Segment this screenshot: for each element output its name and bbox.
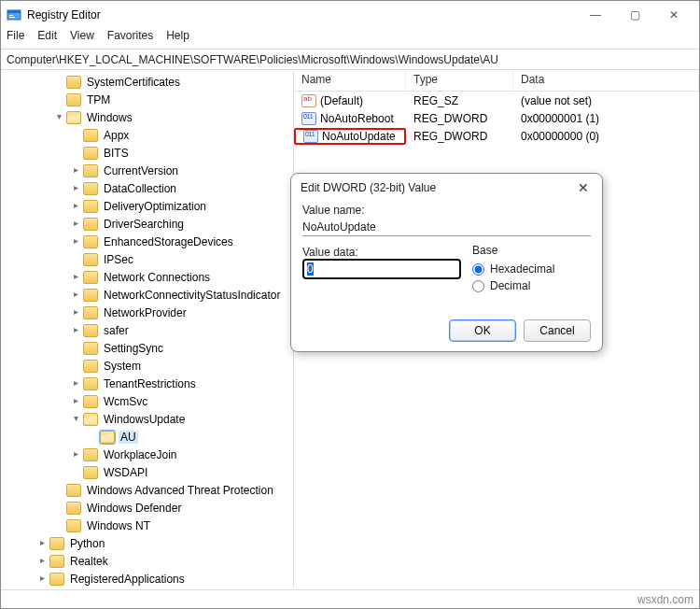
radio-hexadecimal-input[interactable] — [472, 263, 484, 276]
tree-node[interactable]: ▸NetworkProvider — [1, 304, 293, 321]
folder-icon — [83, 448, 98, 461]
tree-node[interactable]: ▸Realtek — [1, 552, 293, 570]
folder-icon — [83, 218, 98, 231]
chevron-right-icon[interactable]: ▸ — [70, 164, 81, 176]
tree-node[interactable]: •Windows Advanced Threat Protection — [1, 481, 293, 499]
chevron-right-icon[interactable]: ▸ — [70, 289, 81, 300]
tree-node[interactable]: ▸RegisteredApplications — [1, 570, 293, 588]
maximize-button[interactable]: ▢ — [615, 2, 654, 28]
value-row[interactable]: (Default)REG_SZ(value not set) — [294, 92, 699, 109]
tree-node-label: WcmSvc — [102, 395, 149, 408]
value-type: REG_SZ — [406, 94, 513, 107]
minimize-button[interactable]: — — [576, 2, 615, 28]
tree-node-label: Network Connections — [102, 271, 212, 284]
radio-decimal[interactable]: Decimal — [472, 277, 554, 294]
chevron-right-icon[interactable]: ▸ — [70, 377, 81, 389]
tree-node[interactable]: ▾Windows — [1, 108, 293, 126]
menu-file[interactable]: File — [7, 29, 24, 42]
tree-node[interactable]: ▸DataCollection — [1, 179, 293, 197]
cancel-button[interactable]: Cancel — [524, 319, 591, 342]
chevron-right-icon[interactable]: ▸ — [70, 182, 81, 193]
dialog-close-button[interactable]: ✕ — [574, 180, 593, 195]
tree-node-label: TPM — [85, 93, 112, 106]
col-type[interactable]: Type — [406, 71, 513, 91]
tree-node[interactable]: ▸WcmSvc — [1, 392, 293, 410]
tree-node-label: Windows Defender — [85, 502, 183, 515]
chevron-down-icon[interactable]: ▾ — [70, 413, 81, 424]
string-value-icon — [301, 94, 316, 107]
value-data-input[interactable] — [302, 259, 461, 279]
menu-edit[interactable]: Edit — [37, 29, 57, 42]
close-button[interactable]: ✕ — [654, 2, 693, 28]
chevron-right-icon[interactable]: ▸ — [70, 395, 81, 406]
list-header[interactable]: Name Type Data — [294, 71, 699, 92]
tree-node-label: EnhancedStorageDevices — [102, 235, 235, 248]
chevron-right-icon[interactable]: ▸ — [36, 537, 48, 548]
tree-node[interactable]: ▸TenantRestrictions — [1, 375, 293, 392]
no-caret: • — [53, 76, 64, 87]
value-name-label: Value name: — [302, 204, 591, 217]
tree-node[interactable]: ▸safer — [1, 321, 293, 339]
folder-icon — [83, 289, 98, 302]
tree-node[interactable]: ▸DriverSearching — [1, 215, 293, 233]
tree-node[interactable]: ▸EnhancedStorageDevices — [1, 233, 293, 250]
chevron-right-icon[interactable]: ▸ — [70, 235, 81, 247]
tree-node[interactable]: •BITS — [1, 144, 293, 162]
chevron-right-icon[interactable]: ▸ — [70, 218, 81, 229]
tree-node[interactable]: ▸WorkplaceJoin — [1, 446, 293, 463]
ok-button[interactable]: OK — [449, 319, 516, 342]
tree-node[interactable]: •Windows Defender — [1, 499, 293, 517]
tree-node[interactable]: •Windows NT — [1, 517, 293, 534]
tree-node[interactable]: •TPM — [1, 91, 293, 108]
tree-node[interactable]: ▾WindowsUpdate — [1, 410, 293, 428]
tree-node[interactable]: ▸Python — [1, 534, 293, 552]
no-caret: • — [70, 147, 81, 158]
chevron-right-icon[interactable]: ▸ — [70, 324, 81, 335]
tree-node[interactable]: •WSDAPI — [1, 463, 293, 481]
tree-node-label: SettingSync — [102, 342, 165, 355]
tree-node[interactable]: •Appx — [1, 126, 293, 144]
tree-node[interactable]: ▸CurrentVersion — [1, 162, 293, 179]
folder-icon — [66, 111, 81, 124]
menu-view[interactable]: View — [70, 29, 94, 42]
tree-node[interactable]: •AU — [1, 428, 293, 446]
tree-node[interactable]: •IPSec — [1, 250, 293, 268]
tree-node-label: DataCollection — [102, 182, 178, 195]
radio-decimal-input[interactable] — [472, 280, 484, 292]
value-row[interactable]: NoAutoRebootREG_DWORD0x00000001 (1) — [294, 109, 699, 127]
value-name: (Default) — [320, 94, 363, 107]
chevron-right-icon[interactable]: ▸ — [70, 271, 81, 282]
folder-icon — [83, 147, 98, 160]
folder-icon — [83, 253, 98, 266]
col-name[interactable]: Name — [294, 71, 406, 91]
binary-value-icon — [301, 112, 316, 125]
folder-icon — [83, 395, 98, 408]
value-row[interactable]: NoAutoUpdateREG_DWORD0x00000000 (0) — [294, 127, 699, 145]
address-bar[interactable]: Computer\HKEY_LOCAL_MACHINE\SOFTWARE\Pol… — [1, 50, 699, 70]
chevron-down-icon[interactable]: ▾ — [53, 111, 64, 122]
tree-node-label: NetworkConnectivityStatusIndicator — [102, 289, 282, 302]
menu-favorites[interactable]: Favorites — [107, 29, 153, 42]
chevron-right-icon[interactable]: ▸ — [36, 555, 48, 566]
chevron-right-icon[interactable]: ▸ — [70, 200, 81, 211]
tree-node[interactable]: ▸Network Connections — [1, 268, 293, 286]
menu-help[interactable]: Help — [166, 29, 189, 42]
tree-node[interactable]: •SystemCertificates — [1, 73, 293, 91]
tree-node[interactable]: •SettingSync — [1, 339, 293, 357]
folder-icon — [83, 306, 98, 319]
tree-node[interactable]: ▸DeliveryOptimization — [1, 197, 293, 215]
radio-hexadecimal[interactable]: Hexadecimal — [472, 261, 554, 277]
chevron-right-icon[interactable]: ▸ — [70, 448, 81, 460]
binary-value-icon — [303, 130, 318, 143]
col-data[interactable]: Data — [513, 71, 699, 91]
value-data: (value not set) — [513, 94, 699, 107]
no-caret: • — [70, 129, 81, 140]
tree-pane[interactable]: •SystemCertificates•TPM▾Windows•Appx•BIT… — [1, 71, 294, 588]
tree-node[interactable]: ▸NetworkConnectivityStatusIndicator — [1, 286, 293, 304]
tree-node[interactable]: •System — [1, 357, 293, 375]
chevron-right-icon[interactable]: ▸ — [36, 573, 48, 584]
chevron-right-icon[interactable]: ▸ — [70, 306, 81, 318]
folder-icon — [83, 182, 98, 195]
svg-rect-3 — [9, 17, 15, 18]
tree-node-label: SystemCertificates — [85, 76, 182, 89]
